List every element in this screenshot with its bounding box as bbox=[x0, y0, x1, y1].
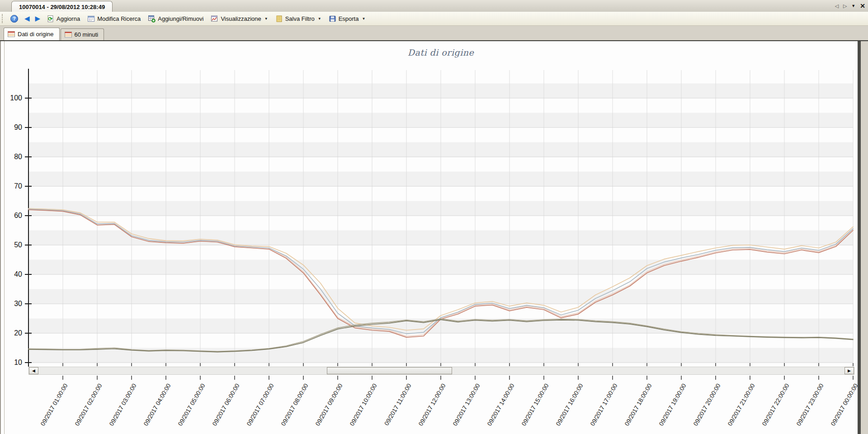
tab-60-minuti[interactable]: 60 minuti bbox=[61, 28, 104, 40]
tab-dati-di-origine[interactable]: Dati di origine bbox=[4, 28, 60, 40]
help-icon: ? bbox=[10, 15, 18, 23]
tab-dati-di-origine-label: Dati di origine bbox=[18, 31, 54, 38]
forward-button[interactable]: ▶ bbox=[34, 14, 42, 23]
salva-filtro-caret-icon[interactable]: ▼ bbox=[318, 17, 321, 21]
window-right-border bbox=[858, 41, 861, 434]
modifica-ricerca-label: Modifica Ricerca bbox=[97, 15, 141, 22]
save-filter-icon bbox=[275, 15, 283, 23]
visualizzazione-caret-icon[interactable]: ▼ bbox=[264, 17, 268, 21]
chart-title: Dati di origine bbox=[0, 47, 868, 57]
salva-filtro-label: Salva Filtro bbox=[285, 15, 315, 22]
scrollbar-right-arrow[interactable]: ▶ bbox=[844, 367, 854, 374]
refresh-icon: ⟳ bbox=[47, 15, 54, 23]
visualizzazione-label: Visualizzazione bbox=[221, 15, 261, 22]
table-add-icon bbox=[148, 15, 156, 23]
aggiorna-label: Aggiorna bbox=[57, 15, 80, 22]
tab-scroll-left-icon[interactable]: ◁ bbox=[835, 4, 838, 9]
esporta-button[interactable]: Esporta ▼ bbox=[326, 14, 368, 24]
window-right-margin bbox=[861, 41, 868, 434]
view-tabstrip: Dati di origine 60 minuti bbox=[0, 26, 868, 40]
help-button[interactable]: ? bbox=[8, 14, 20, 24]
calendar-icon bbox=[87, 15, 95, 23]
chart-panel: Dati di origine bbox=[0, 41, 868, 434]
document-tabstrip: 10070014 - 29/08/2012 10:28:49 ◁ ▷ ▼ ✕ bbox=[0, 0, 868, 12]
salva-filtro-button[interactable]: Salva Filtro ▼ bbox=[273, 14, 324, 24]
chart-h-scrollbar[interactable]: ◀ ▶ bbox=[28, 367, 854, 375]
document-tab-title: 10070014 - 29/08/2012 10:28:49 bbox=[19, 4, 105, 10]
aggiungi-rimuovi-label: Aggiungi/Rimuovi bbox=[158, 15, 203, 22]
visualizzazione-button[interactable]: Visualizzazione ▼ bbox=[208, 14, 270, 24]
esporta-label: Esporta bbox=[339, 15, 359, 22]
close-icon[interactable]: ✕ bbox=[860, 3, 865, 9]
tab-60-minuti-label: 60 minuti bbox=[75, 31, 99, 38]
aggiorna-button[interactable]: ⟳ Aggiorna bbox=[44, 14, 82, 24]
grid-icon bbox=[8, 31, 15, 37]
grid-icon bbox=[65, 32, 72, 38]
back-button[interactable]: ◀ bbox=[23, 14, 31, 23]
svg-text:⟳: ⟳ bbox=[48, 15, 53, 22]
aggiungi-rimuovi-button[interactable]: Aggiungi/Rimuovi bbox=[146, 14, 206, 24]
tab-scroll-right-icon[interactable]: ▷ bbox=[843, 4, 847, 9]
chart-view-icon bbox=[211, 15, 218, 23]
window-left-border bbox=[0, 41, 5, 434]
esporta-caret-icon[interactable]: ▼ bbox=[362, 17, 365, 21]
tab-menu-icon[interactable]: ▼ bbox=[851, 4, 855, 8]
tabstrip-controls: ◁ ▷ ▼ ✕ bbox=[835, 1, 865, 11]
scrollbar-left-arrow[interactable]: ◀ bbox=[29, 367, 38, 374]
scrollbar-thumb[interactable] bbox=[327, 367, 452, 374]
app-window: 10070014 - 29/08/2012 10:28:49 ◁ ▷ ▼ ✕ ?… bbox=[0, 0, 868, 434]
modifica-ricerca-button[interactable]: Modifica Ricerca bbox=[85, 14, 143, 24]
floppy-disk-icon bbox=[329, 15, 336, 23]
document-tab[interactable]: 10070014 - 29/08/2012 10:28:49 bbox=[11, 1, 113, 12]
toolbar: ? ◀ ▶ ⟳ Aggiorna Modifica Ricerca Aggiun… bbox=[0, 12, 868, 26]
toolbar-grip[interactable] bbox=[2, 14, 5, 23]
